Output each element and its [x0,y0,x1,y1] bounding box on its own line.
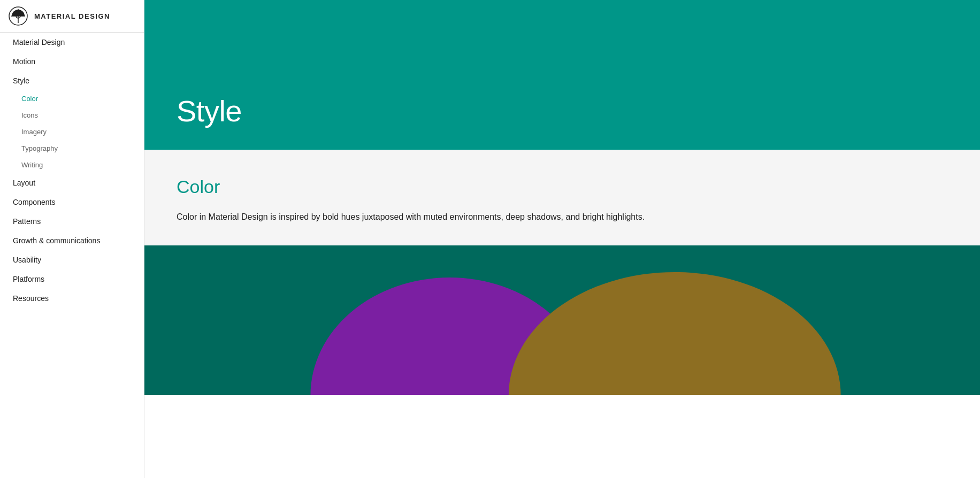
color-demo-panel [144,245,980,395]
sidebar-item-writing[interactable]: Writing [0,157,144,173]
sidebar-header: MATERIAL DESIGN [0,0,144,33]
sidebar-item-patterns[interactable]: Patterns [0,212,144,231]
sidebar-app-title: MATERIAL DESIGN [34,12,110,20]
hero-banner: Style [144,0,980,150]
sidebar: MATERIAL DESIGN Material Design Motion S… [0,0,144,478]
main-content: Style Color Color in Material Design is … [144,0,980,478]
hero-title: Style [177,94,242,128]
sidebar-item-components[interactable]: Components [0,192,144,212]
sidebar-item-icons[interactable]: Icons [0,107,144,124]
sidebar-nav-scroll[interactable]: Material Design Motion Style Color Icons… [0,33,144,478]
section-body: Color in Material Design is inspired by … [177,210,658,224]
color-section: Color Color in Material Design is inspir… [144,150,980,245]
sidebar-item-style[interactable]: Style [0,71,144,90]
sidebar-item-growth-communications[interactable]: Growth & communications [0,231,144,250]
sidebar-item-resources[interactable]: Resources [0,289,144,308]
sidebar-item-motion[interactable]: Motion [0,52,144,71]
sidebar-item-layout[interactable]: Layout [0,173,144,192]
sidebar-item-material-design[interactable]: Material Design [0,33,144,52]
section-title: Color [177,176,948,197]
sidebar-item-platforms[interactable]: Platforms [0,269,144,289]
svg-point-3 [509,272,841,395]
sidebar-item-typography[interactable]: Typography [0,140,144,157]
sidebar-item-usability[interactable]: Usability [0,250,144,269]
sidebar-item-color[interactable]: Color [0,90,144,107]
material-design-logo-icon [9,6,28,26]
color-demo-shapes-icon [144,245,980,395]
sidebar-item-imagery[interactable]: Imagery [0,124,144,140]
